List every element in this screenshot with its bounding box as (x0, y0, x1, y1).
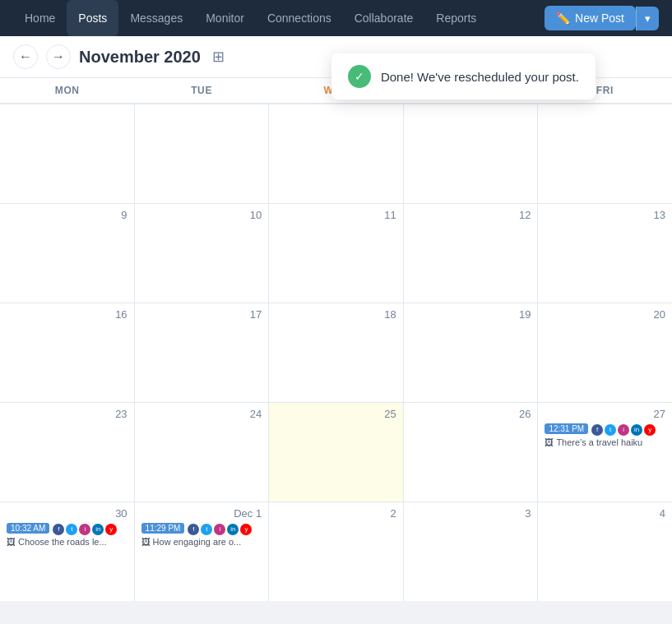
ig-icon: i (214, 524, 225, 535)
toast-message: Done! We've rescheduled your post. (381, 70, 579, 84)
nav-monitor[interactable]: Monitor (194, 0, 256, 36)
event-media-icon: 🖼 (545, 437, 554, 447)
new-post-button[interactable]: ✏️ New Post (545, 6, 636, 30)
event-text: How engaging are o... (153, 537, 242, 547)
filter-icon[interactable]: ⊞ (212, 48, 225, 66)
event-time: 10:32 AM (7, 523, 49, 534)
day-number: 3 (410, 507, 531, 520)
event-text: There's a travel haiku (556, 437, 642, 447)
nav-messages[interactable]: Messages (118, 0, 194, 36)
event[interactable]: 11:29 PMftiiny🖼 How engaging are o... (141, 523, 262, 547)
calendar-cell[interactable]: 16 (0, 303, 134, 402)
event-media-icon: 🖼 (7, 537, 16, 547)
calendar-cell[interactable]: Dec 111:29 PMftiiny🖼 How engaging are o.… (135, 502, 269, 601)
tw-icon: t (201, 524, 212, 535)
calendar-cell[interactable] (0, 104, 134, 203)
nav-posts[interactable]: Posts (67, 0, 118, 36)
day-number: 9 (7, 209, 127, 221)
calendar-cell[interactable]: 19 (404, 303, 538, 402)
day-number: 27 (545, 408, 665, 420)
success-toast: ✓ Done! We've rescheduled your post. (331, 53, 596, 99)
calendar-cell[interactable]: 4 (538, 502, 672, 601)
fb-icon: f (591, 424, 603, 436)
day-header-mon: MON (0, 78, 134, 103)
calendar-cell[interactable]: 17 (135, 303, 269, 402)
event[interactable]: 12:31 PMftiiny🖼 There's a travel haiku (545, 423, 665, 447)
day-number: 25 (276, 408, 396, 420)
edit-icon: ✏️ (556, 12, 570, 25)
day-number: 17 (141, 308, 262, 321)
new-post-wrapper: ✏️ New Post ▾ (545, 6, 659, 30)
day-number: 11 (276, 209, 396, 221)
calendar-grid: 9101112131617181920232425262712:31 PMfti… (0, 104, 672, 601)
day-header-tue: TUE (134, 78, 268, 103)
next-month-button[interactable]: → (46, 44, 71, 69)
calendar-cell[interactable]: 9 (0, 204, 134, 303)
event-time: 12:31 PM (545, 423, 588, 434)
day-number: 20 (545, 308, 665, 321)
calendar-cell[interactable]: 25 (269, 403, 403, 502)
day-number: 18 (276, 308, 396, 321)
calendar-header: ← → November 2020 ⊞ ✓ Done! We've resche… (0, 36, 672, 78)
day-number: 10 (141, 209, 262, 221)
event[interactable]: 10:32 AMftiiny🖼 Choose the roads le... (7, 523, 127, 547)
prev-month-button[interactable]: ← (13, 44, 38, 69)
calendar-cell[interactable]: 2 (269, 502, 403, 601)
calendar-cell[interactable] (404, 104, 538, 203)
event-social-icons: ftiiny (188, 524, 252, 535)
yt-icon: y (240, 524, 252, 535)
yt-icon: y (105, 524, 117, 535)
calendar-cell[interactable]: 3 (404, 502, 538, 601)
day-number: 24 (141, 408, 262, 420)
event-media-icon: 🖼 (141, 537, 151, 547)
day-number: 13 (545, 209, 665, 221)
main-nav: Home Posts Messages Monitor Connections … (0, 0, 672, 36)
calendar-cell[interactable]: 10 (135, 204, 269, 303)
calendar-cell[interactable]: 13 (538, 204, 672, 303)
toast-check-icon: ✓ (348, 65, 371, 88)
day-number: Dec 1 (141, 507, 262, 520)
fb-icon: f (53, 524, 64, 535)
calendar-cell[interactable]: 20 (538, 303, 672, 402)
day-number: 19 (410, 308, 531, 321)
event-body: 🖼 Choose the roads le... (7, 537, 127, 547)
calendar-cell[interactable]: 26 (404, 403, 538, 502)
event-social-icons: ftiiny (591, 424, 656, 436)
event-body: 🖼 How engaging are o... (141, 537, 262, 547)
day-number: 2 (276, 507, 396, 520)
day-number: 23 (7, 408, 127, 420)
new-post-label: New Post (575, 12, 624, 25)
calendar-cell[interactable]: 23 (0, 403, 134, 502)
yt-icon: y (644, 424, 656, 436)
tw-icon: t (66, 524, 77, 535)
day-number: 30 (7, 507, 127, 520)
day-number: 16 (7, 308, 127, 321)
calendar-cell[interactable] (135, 104, 269, 203)
ig-icon: i (618, 424, 629, 436)
day-number: 4 (545, 507, 665, 520)
calendar-cell[interactable]: 11 (269, 204, 403, 303)
new-post-dropdown-button[interactable]: ▾ (636, 7, 659, 30)
ig-icon: i (79, 524, 90, 535)
event-body: 🖼 There's a travel haiku (545, 437, 665, 447)
li-icon: in (631, 424, 642, 436)
nav-home[interactable]: Home (13, 0, 67, 36)
calendar-cell[interactable]: 12 (404, 204, 538, 303)
event-time: 11:29 PM (141, 523, 185, 534)
calendar-cell[interactable]: 3010:32 AMftiiny🖼 Choose the roads le... (0, 502, 134, 601)
calendar-title: November 2020 (79, 48, 201, 67)
nav-collaborate[interactable]: Collaborate (343, 0, 425, 36)
tw-icon: t (605, 424, 616, 436)
nav-connections[interactable]: Connections (256, 0, 343, 36)
nav-reports[interactable]: Reports (424, 0, 488, 36)
calendar-cell[interactable]: 2712:31 PMftiiny🖼 There's a travel haiku (538, 403, 672, 502)
event-social-icons: ftiiny (53, 524, 117, 535)
li-icon: in (92, 524, 104, 535)
calendar-cell[interactable] (538, 104, 672, 203)
day-number: 26 (410, 408, 531, 420)
calendar-cell[interactable] (269, 104, 403, 203)
calendar-cell[interactable]: 24 (135, 403, 269, 502)
fb-icon: f (188, 524, 199, 535)
calendar-cell[interactable]: 18 (269, 303, 403, 402)
li-icon: in (227, 524, 239, 535)
